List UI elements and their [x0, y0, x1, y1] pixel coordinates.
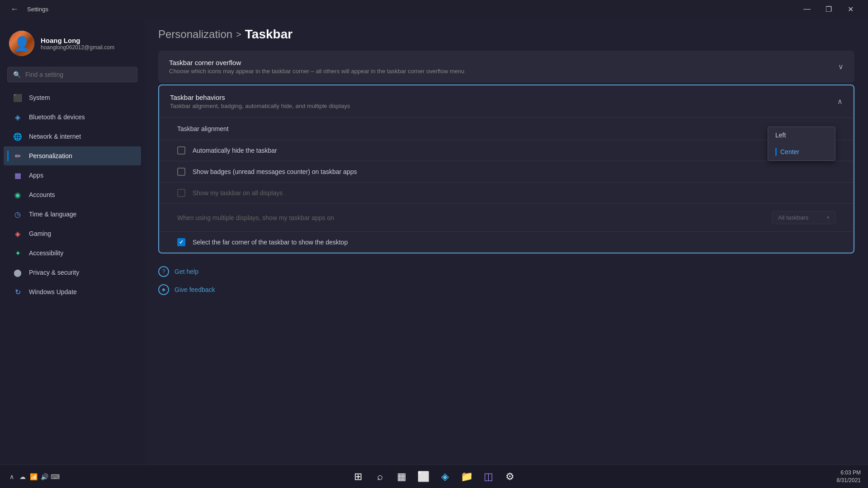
taskbar: ∧ ☁ 📶 🔊 ⌨ ⊞ ⌕ ▦ ⬜ ◈ 📁 ◫ ⚙ 6:03 — [0, 465, 868, 488]
update-icon: ↻ — [13, 287, 23, 297]
sidebar-item-network[interactable]: 🌐 Network & internet — [4, 127, 141, 146]
taskbar-alignment-row: Taskbar alignment Left Center — [159, 117, 854, 140]
volume-icon[interactable]: 🔊 — [40, 472, 49, 481]
taskbar-explorer[interactable]: 📁 — [457, 467, 476, 487]
close-button[interactable]: ✕ — [840, 2, 861, 16]
sidebar-item-gaming[interactable]: ◈ Gaming — [4, 224, 141, 243]
onedrive-icon[interactable]: ☁ — [18, 472, 27, 481]
system-icon: ⬛ — [13, 93, 23, 103]
behaviors-section-subtitle: Taskbar alignment, badging, automaticall… — [170, 103, 837, 109]
desktop-corner-label: Select the far corner of the taskbar to … — [193, 239, 348, 246]
help-icon: ? — [158, 266, 169, 277]
taskbar-store[interactable]: ◫ — [478, 467, 498, 487]
sidebar-item-accounts[interactable]: ◉ Accounts — [4, 185, 141, 204]
search-box[interactable]: 🔍 — [7, 67, 137, 82]
sidebar-item-label: Apps — [29, 172, 43, 179]
sidebar-item-label: Accounts — [29, 191, 55, 198]
back-button[interactable]: ← — [7, 2, 22, 16]
edge-icon: ◈ — [441, 471, 449, 483]
sidebar-item-label: Bluetooth & devices — [29, 113, 85, 121]
give-feedback-link[interactable]: ♣ Give feedback — [158, 282, 854, 297]
bluetooth-icon: ◈ — [13, 112, 23, 122]
accounts-icon: ◉ — [13, 190, 23, 200]
time-icon: ◷ — [13, 209, 23, 219]
taskbar-behaviors-section: Taskbar behaviors Taskbar alignment, bad… — [158, 84, 854, 253]
desktop-corner-row[interactable]: Select the far corner of the taskbar to … — [159, 231, 854, 253]
maximize-button[interactable]: ❐ — [818, 2, 839, 16]
minimize-button[interactable]: — — [797, 2, 817, 16]
section-info: Taskbar behaviors Taskbar alignment, bad… — [170, 94, 837, 109]
desktop-corner-checkbox[interactable] — [177, 238, 185, 246]
sidebar-item-label: Time & language — [29, 211, 76, 218]
all-displays-row[interactable]: Show my taskbar on all displays — [159, 182, 854, 203]
section-info: Taskbar corner overflow Choose which ico… — [169, 59, 838, 75]
taskbar-search[interactable]: ⌕ — [370, 467, 390, 487]
sidebar-item-label: Network & internet — [29, 133, 81, 140]
tray-chevron-icon[interactable]: ∧ — [7, 472, 16, 481]
taskbar-settings[interactable]: ⚙ — [500, 467, 520, 487]
get-help-label: Get help — [175, 268, 198, 275]
settings-gear-icon: ⚙ — [505, 471, 514, 483]
sidebar-item-bluetooth[interactable]: ◈ Bluetooth & devices — [4, 108, 141, 127]
sidebar-item-label: System — [29, 94, 50, 101]
behaviors-section-content: Taskbar alignment Left Center — [159, 117, 854, 253]
sidebar-item-system[interactable]: ⬛ System — [4, 88, 141, 107]
taskbar-taskview[interactable]: ⬜ — [413, 467, 433, 487]
apps-icon: ▦ — [13, 170, 23, 180]
sidebar-item-label: Gaming — [29, 230, 51, 237]
privacy-icon: ⬤ — [13, 267, 23, 277]
taskbar-edge[interactable]: ◈ — [435, 467, 455, 487]
sidebar-item-accessibility[interactable]: ✦ Accessibility — [4, 244, 141, 263]
keyboard-icon[interactable]: ⌨ — [51, 472, 60, 481]
taskbar-left: ∧ ☁ 📶 🔊 ⌨ — [7, 472, 60, 481]
taskbar-behaviors-header[interactable]: Taskbar behaviors Taskbar alignment, bad… — [159, 85, 854, 117]
sidebar-item-privacy[interactable]: ⬤ Privacy & security — [4, 263, 141, 282]
alignment-option-center[interactable]: Center — [768, 143, 835, 160]
all-displays-label: Show my taskbar on all displays — [193, 189, 283, 197]
sidebar-item-time[interactable]: ◷ Time & language — [4, 205, 141, 224]
title-bar: ← Settings — ❐ ✕ — [0, 0, 868, 18]
breadcrumb-parent[interactable]: Personalization — [158, 28, 232, 41]
sidebar-item-personalization[interactable]: ✏ Personalization — [4, 146, 141, 165]
alignment-label: Taskbar alignment — [177, 125, 835, 132]
give-feedback-label: Give feedback — [175, 286, 215, 293]
store-icon: ◫ — [484, 471, 493, 483]
sidebar-item-update[interactable]: ↻ Windows Update — [4, 282, 141, 301]
taskbar-start[interactable]: ⊞ — [348, 467, 368, 487]
overflow-section-subtitle: Choose which icons may appear in the tas… — [169, 68, 838, 75]
sidebar-item-label: Windows Update — [29, 288, 77, 296]
taskbar-right: 6:03 PM 8/31/2021 — [837, 469, 861, 484]
alignment-dropdown[interactable]: Left Center — [768, 127, 835, 161]
sidebar-nav: ⬛ System ◈ Bluetooth & devices 🌐 Network… — [0, 88, 145, 302]
taskbar-center: ⊞ ⌕ ▦ ⬜ ◈ 📁 ◫ ⚙ — [348, 467, 520, 487]
wifi-icon[interactable]: 📶 — [29, 472, 38, 481]
autohide-row[interactable]: Automatically hide the taskbar — [159, 140, 854, 161]
breadcrumb-current: Taskbar — [245, 27, 292, 42]
badges-label: Show badges (unread messages counter) on… — [193, 168, 357, 175]
overflow-section-title: Taskbar corner overflow — [169, 59, 838, 66]
get-help-link[interactable]: ? Get help — [158, 264, 854, 279]
badges-checkbox[interactable] — [177, 168, 185, 176]
accessibility-icon: ✦ — [13, 248, 23, 258]
explorer-icon: 📁 — [461, 471, 473, 483]
chevron-down-icon: ▾ — [827, 215, 830, 221]
user-email: hoanglong062012@gmail.com — [41, 44, 114, 51]
behaviors-section-title: Taskbar behaviors — [170, 94, 837, 101]
taskbar-corner-overflow-header[interactable]: Taskbar corner overflow Choose which ico… — [158, 51, 854, 83]
search-input[interactable] — [25, 71, 132, 78]
all-displays-checkbox[interactable] — [177, 189, 185, 197]
personalization-icon: ✏ — [13, 151, 23, 161]
taskbar-clock[interactable]: 6:03 PM 8/31/2021 — [837, 469, 861, 484]
behaviors-chevron-icon: ∧ — [837, 97, 843, 106]
autohide-checkbox[interactable] — [177, 146, 185, 155]
badges-row[interactable]: Show badges (unread messages counter) on… — [159, 161, 854, 182]
multi-display-dropdown[interactable]: All taskbars ▾ — [772, 211, 835, 224]
start-icon: ⊞ — [354, 471, 362, 483]
taskbar-search-icon: ⌕ — [377, 471, 383, 483]
sidebar-item-apps[interactable]: ▦ Apps — [4, 166, 141, 185]
gaming-icon: ◈ — [13, 229, 23, 239]
breadcrumb: Personalization > Taskbar — [158, 27, 854, 42]
user-profile[interactable]: Hoang Long hoanglong062012@gmail.com — [0, 25, 145, 65]
alignment-option-left[interactable]: Left — [768, 127, 835, 143]
taskbar-widgets[interactable]: ▦ — [392, 467, 411, 487]
